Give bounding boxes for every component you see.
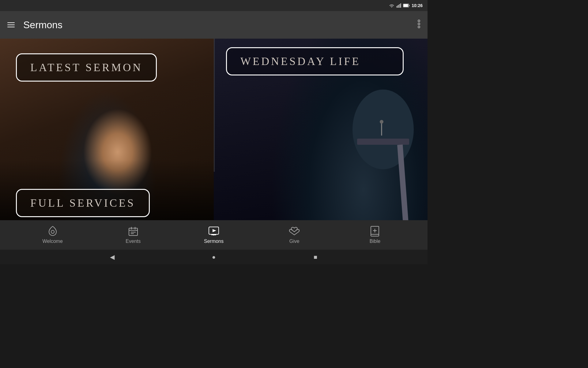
nav-item-welcome[interactable]: Welcome	[12, 226, 93, 244]
svg-rect-3	[401, 4, 401, 8]
svg-rect-5	[404, 4, 408, 7]
bottom-navigation: Welcome Events Sermons	[0, 220, 428, 250]
hamburger-menu-button[interactable]	[7, 22, 15, 27]
battery-icon	[403, 4, 410, 7]
welcome-icon	[47, 226, 58, 237]
give-label: Give	[289, 239, 300, 244]
svg-point-9	[352, 90, 414, 169]
left-panel: LATEST SERMON FULL SERVICES	[0, 39, 214, 228]
nav-item-sermons[interactable]: Sermons	[173, 226, 254, 244]
bible-label: Bible	[370, 239, 381, 244]
svg-marker-22	[213, 229, 216, 232]
wifi-icon	[389, 3, 394, 8]
wednesday-life-button[interactable]: WEDNESDAY LIFE	[226, 47, 404, 75]
app-title: Sermons	[23, 19, 62, 31]
podium-graphic	[345, 68, 421, 228]
svg-point-7	[418, 23, 420, 25]
welcome-label: Welcome	[42, 239, 62, 244]
svg-rect-10	[357, 139, 409, 145]
latest-sermon-button[interactable]: LATEST SERMON	[16, 53, 157, 82]
events-icon	[128, 226, 139, 237]
events-label: Events	[126, 239, 141, 244]
signal-icon	[396, 3, 401, 8]
more-options-button[interactable]	[418, 20, 420, 30]
back-button[interactable]: ◀	[106, 251, 118, 263]
nav-item-events[interactable]: Events	[93, 226, 173, 244]
full-services-button[interactable]: FULL SERVICES	[16, 189, 150, 217]
sermons-icon	[208, 226, 219, 237]
nav-item-give[interactable]: Give	[254, 226, 335, 244]
give-icon	[289, 226, 300, 237]
sermons-label: Sermons	[204, 239, 224, 244]
system-nav-bar: ◀ ● ■	[0, 250, 428, 264]
svg-point-6	[418, 20, 420, 22]
svg-rect-2	[399, 5, 400, 8]
home-button[interactable]: ●	[208, 251, 220, 263]
bible-icon	[369, 226, 380, 237]
svg-point-8	[418, 26, 420, 28]
status-time: 10:26	[412, 3, 423, 8]
svg-point-14	[51, 230, 54, 233]
nav-item-bible[interactable]: Bible	[335, 226, 415, 244]
recents-button[interactable]: ■	[309, 251, 322, 263]
status-bar: 10:26	[0, 0, 428, 11]
app-bar: Sermons	[0, 11, 428, 39]
svg-rect-1	[398, 6, 399, 8]
app-bar-left: Sermons	[7, 19, 62, 31]
svg-rect-0	[396, 6, 397, 8]
right-panel: WEDNESDAY LIFE	[214, 39, 428, 228]
svg-point-13	[380, 120, 383, 124]
svg-line-11	[400, 145, 406, 228]
status-icons: 10:26	[389, 3, 423, 8]
